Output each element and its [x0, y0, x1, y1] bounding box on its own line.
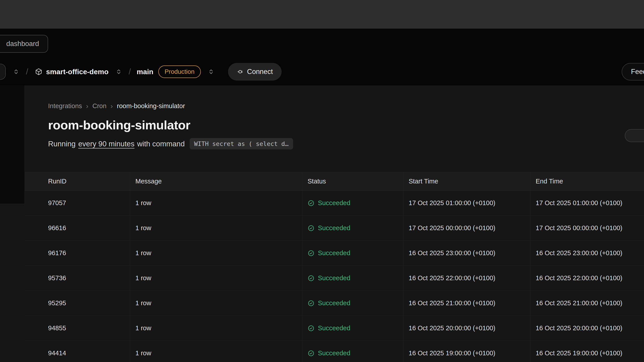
- status-cell: Succeeded: [302, 216, 403, 241]
- run-id-cell: 96176: [25, 241, 130, 266]
- table-row[interactable]: 957361 rowSucceeded16 Oct 2025 22:00:00 …: [25, 266, 644, 291]
- sidebar-rail: [0, 85, 25, 204]
- chevron-updown-icon: [208, 69, 214, 75]
- check-circle-icon: [308, 300, 314, 307]
- status-label: Succeeded: [318, 274, 350, 282]
- col-status: Status: [302, 172, 403, 191]
- feedback-button[interactable]: Feedback: [622, 63, 644, 80]
- status-cell: Succeeded: [302, 241, 403, 266]
- run-id-cell: 97057: [25, 191, 130, 216]
- project-switcher-button[interactable]: [114, 67, 123, 76]
- page-title: room-booking-simulator: [48, 118, 644, 132]
- end-time-cell: 16 Oct 2025 21:00:00 (+0100): [530, 291, 644, 316]
- runs-tbody: 970571 rowSucceeded17 Oct 2025 01:00:00 …: [25, 191, 644, 362]
- nav-separator: /: [128, 67, 131, 76]
- start-time-cell: 16 Oct 2025 22:00:00 (+0100): [403, 266, 530, 291]
- check-circle-icon: [308, 325, 314, 332]
- message-cell: 1 row: [130, 341, 302, 362]
- status-cell: Succeeded: [302, 266, 403, 291]
- message-cell: 1 row: [130, 241, 302, 266]
- table-header-row: RunID Message Status Start Time End Time: [25, 172, 644, 191]
- start-time-cell: 17 Oct 2025 01:00:00 (+0100): [403, 191, 530, 216]
- table-row[interactable]: 966161 rowSucceeded17 Oct 2025 00:00:00 …: [25, 216, 644, 241]
- start-time-cell: 16 Oct 2025 19:00:00 (+0100): [403, 341, 530, 362]
- breadcrumb-cron[interactable]: Cron: [92, 102, 106, 110]
- chevron-updown-icon: [13, 69, 19, 75]
- status-label: Succeeded: [318, 350, 350, 357]
- plug-icon: [237, 68, 244, 75]
- message-cell: 1 row: [130, 266, 302, 291]
- runs-table: RunID Message Status Start Time End Time…: [25, 172, 644, 362]
- command-chip[interactable]: WITH secret as ( select d…: [190, 138, 293, 149]
- workspace-selector-partial[interactable]: [0, 64, 6, 80]
- status-label: Succeeded: [318, 300, 350, 307]
- breadcrumb-integrations[interactable]: Integrations: [48, 102, 82, 110]
- message-cell: 1 row: [130, 216, 302, 241]
- connect-label: Connect: [247, 68, 273, 76]
- check-circle-icon: [308, 200, 314, 206]
- end-time-cell: 16 Oct 2025 22:00:00 (+0100): [530, 266, 644, 291]
- check-circle-icon: [308, 225, 314, 232]
- table-row[interactable]: 948551 rowSucceeded16 Oct 2025 20:00:00 …: [25, 316, 644, 341]
- breadcrumb-current: room-booking-simulator: [117, 102, 185, 110]
- end-time-cell: 16 Oct 2025 19:00:00 (+0100): [530, 341, 644, 362]
- feedback-label: Feedback: [631, 68, 644, 76]
- chevron-right-icon: ›: [86, 102, 88, 110]
- breadcrumb-navbar: / smart-office-demo / main Production Co…: [0, 62, 644, 81]
- schedule-text: every 90 minutes: [78, 140, 134, 148]
- page-header: Integrations › Cron › room-booking-simul…: [25, 85, 644, 172]
- col-end-time: End Time: [530, 172, 644, 191]
- chevron-updown-icon: [116, 69, 122, 75]
- col-runid: RunID: [25, 172, 130, 191]
- status-cell: Succeeded: [302, 291, 403, 316]
- project-name[interactable]: smart-office-demo: [46, 68, 108, 76]
- page-description: Running every 90 minutes with command WI…: [48, 138, 644, 149]
- check-circle-icon: [308, 350, 314, 357]
- status-cell: Succeeded: [302, 191, 403, 216]
- status-label: Succeeded: [318, 249, 350, 257]
- branch-name[interactable]: main: [137, 68, 154, 76]
- status-cell: Succeeded: [302, 341, 403, 362]
- chevron-right-icon: ›: [110, 102, 113, 110]
- start-time-cell: 16 Oct 2025 23:00:00 (+0100): [403, 241, 530, 266]
- table-row[interactable]: 961761 rowSucceeded16 Oct 2025 23:00:00 …: [25, 241, 644, 266]
- production-badge: Production: [158, 65, 201, 78]
- col-start-time: Start Time: [403, 172, 530, 191]
- database-icon: [35, 68, 42, 75]
- nav-separator: /: [26, 67, 28, 76]
- window-chrome-bar: [0, 0, 644, 28]
- message-cell: 1 row: [130, 191, 302, 216]
- start-time-cell: 17 Oct 2025 00:00:00 (+0100): [403, 216, 530, 241]
- run-id-cell: 94855: [25, 316, 130, 341]
- branch-switcher-button[interactable]: [206, 67, 216, 76]
- tab-dashboard-label: dashboard: [6, 40, 39, 48]
- message-cell: 1 row: [130, 316, 302, 341]
- status-label: Succeeded: [318, 224, 350, 232]
- description-prefix: Running: [48, 140, 76, 148]
- table-row[interactable]: 944141 rowSucceeded16 Oct 2025 19:00:00 …: [25, 341, 644, 362]
- end-time-cell: 16 Oct 2025 20:00:00 (+0100): [530, 316, 644, 341]
- run-id-cell: 95736: [25, 266, 130, 291]
- breadcrumb: Integrations › Cron › room-booking-simul…: [48, 102, 644, 110]
- table-row[interactable]: 970571 rowSucceeded17 Oct 2025 01:00:00 …: [25, 191, 644, 216]
- table-row[interactable]: 952951 rowSucceeded16 Oct 2025 21:00:00 …: [25, 291, 644, 316]
- check-circle-icon: [308, 275, 314, 282]
- start-time-cell: 16 Oct 2025 20:00:00 (+0100): [403, 316, 530, 341]
- top-navigation-band: dashboard / smart-office-demo / main Pro…: [0, 28, 644, 85]
- run-id-cell: 96616: [25, 216, 130, 241]
- status-cell: Succeeded: [302, 316, 403, 341]
- workspace-switcher-button[interactable]: [12, 67, 20, 76]
- start-time-cell: 16 Oct 2025 21:00:00 (+0100): [403, 291, 530, 316]
- content-area: Integrations › Cron › room-booking-simul…: [0, 85, 644, 362]
- end-time-cell: 17 Oct 2025 01:00:00 (+0100): [530, 191, 644, 216]
- run-id-cell: 95295: [25, 291, 130, 316]
- status-label: Succeeded: [318, 199, 350, 207]
- status-label: Succeeded: [318, 325, 350, 332]
- partial-action-button[interactable]: [625, 129, 644, 142]
- connect-button[interactable]: Connect: [228, 63, 282, 80]
- description-middle: with command: [137, 140, 185, 148]
- run-id-cell: 94414: [25, 341, 130, 362]
- end-time-cell: 17 Oct 2025 00:00:00 (+0100): [530, 216, 644, 241]
- tab-dashboard[interactable]: dashboard: [0, 35, 48, 53]
- message-cell: 1 row: [130, 291, 302, 316]
